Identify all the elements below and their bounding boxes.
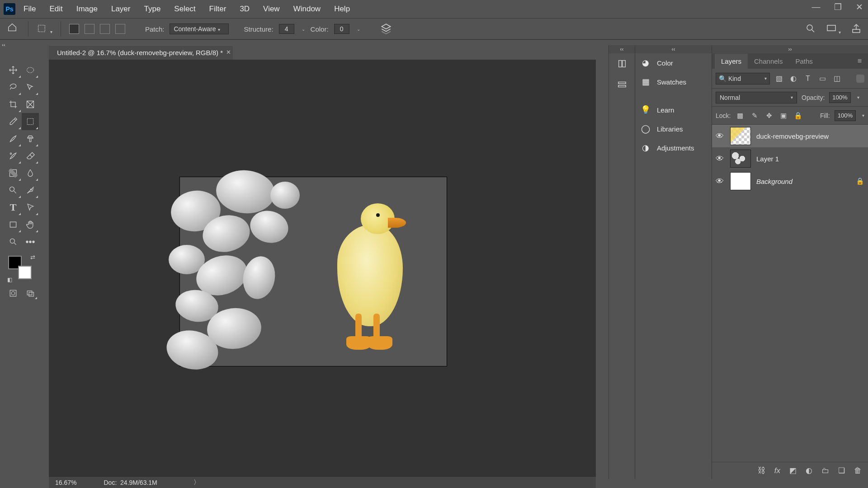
eyedropper-tool[interactable]	[5, 113, 22, 130]
opacity-field[interactable]: 100%	[829, 92, 850, 103]
layer-thumbnail[interactable]	[730, 127, 751, 145]
current-tool-icon[interactable]: ▾	[37, 23, 52, 35]
search-icon[interactable]	[805, 23, 816, 35]
brush-tool[interactable]	[5, 130, 22, 147]
adjustment-layer-icon[interactable]: ◐	[806, 466, 812, 475]
menu-filter[interactable]: Filter	[204, 1, 232, 17]
lock-position-icon[interactable]: ✥	[764, 112, 774, 120]
close-tab-icon[interactable]: ✕	[226, 49, 231, 56]
tab-channels[interactable]: Channels	[748, 54, 789, 69]
collapse-arrows-icon[interactable]: ‹‹	[635, 45, 712, 53]
color-stepper-icon[interactable]: ⌄	[357, 27, 360, 32]
layer-fx-icon[interactable]: fx	[774, 466, 780, 475]
fill-stepper-icon[interactable]: ▾	[862, 113, 864, 118]
blend-mode-dropdown[interactable]: Normal▾	[716, 92, 797, 103]
menu-help[interactable]: Help	[329, 1, 355, 17]
patch-transparent-icon[interactable]	[100, 24, 110, 34]
fill-field[interactable]: 100%	[835, 110, 856, 121]
screenmode-icon[interactable]: ▾	[826, 23, 841, 35]
lasso-tool[interactable]	[5, 79, 22, 96]
layer-group-icon[interactable]: 🗀	[821, 466, 829, 475]
menu-select[interactable]: Select	[169, 1, 201, 17]
visibility-toggle-icon[interactable]: 👁	[716, 177, 725, 186]
filter-adjust-icon[interactable]: ◐	[788, 74, 799, 83]
filter-shape-icon[interactable]: ▭	[817, 74, 828, 83]
lock-transparent-icon[interactable]: ▩	[735, 112, 745, 120]
layer-thumbnail[interactable]	[730, 172, 751, 190]
sample-all-layers-icon[interactable]	[380, 23, 392, 36]
zoom-tool[interactable]	[5, 233, 22, 250]
screenmode-toggle-icon[interactable]	[23, 286, 38, 300]
patch-tool[interactable]	[22, 113, 39, 130]
dodge-tool[interactable]	[5, 182, 22, 199]
canvas-area[interactable]	[49, 60, 596, 480]
move-tool[interactable]	[5, 61, 22, 79]
history-panel-icon[interactable]	[609, 53, 635, 74]
share-icon[interactable]	[851, 23, 862, 35]
layer-row[interactable]: 👁 Layer 1	[712, 147, 868, 170]
crop-tool[interactable]	[5, 96, 22, 113]
zoom-level[interactable]: 16.67%	[55, 479, 76, 486]
properties-panel-icon[interactable]	[609, 74, 635, 95]
gradient-tool[interactable]	[5, 164, 22, 182]
panel-menu-icon[interactable]: ≡	[854, 53, 865, 69]
delete-layer-icon[interactable]: 🗑	[854, 466, 862, 475]
menu-image[interactable]: Image	[71, 1, 103, 17]
patch-source-icon[interactable]	[69, 24, 79, 34]
document-canvas[interactable]	[180, 177, 447, 366]
filter-smart-icon[interactable]: ◫	[831, 74, 842, 83]
layer-mask-icon[interactable]: ◩	[789, 466, 797, 475]
panel-color[interactable]: ◕Color	[635, 53, 712, 72]
type-tool[interactable]: T	[5, 199, 22, 216]
history-brush-tool[interactable]	[5, 147, 22, 164]
layer-thumbnail[interactable]	[730, 150, 751, 168]
eraser-tool[interactable]	[22, 147, 39, 164]
layer-name[interactable]: Background	[756, 178, 793, 185]
edit-toolbar-icon[interactable]: •••	[22, 233, 39, 250]
panel-adjustments[interactable]: ◑Adjustments	[635, 138, 712, 157]
tools-collapse-icon[interactable]: ‹‹	[0, 41, 7, 49]
collapse-arrows-icon[interactable]: ‹‹	[609, 45, 635, 53]
menu-view[interactable]: View	[258, 1, 285, 17]
window-minimize-icon[interactable]: —	[810, 2, 822, 12]
visibility-toggle-icon[interactable]: 👁	[716, 154, 725, 164]
frame-tool[interactable]	[22, 96, 39, 113]
hand-tool[interactable]	[22, 216, 39, 233]
tab-layers[interactable]: Layers	[715, 54, 748, 69]
document-tab[interactable]: Untitled-2 @ 16.7% (duck-removebg-previe…	[49, 45, 233, 60]
marquee-tool[interactable]	[22, 61, 39, 79]
layer-filter-kind-dropdown[interactable]: 🔍 Kind▾	[716, 73, 770, 84]
menu-layer[interactable]: Layer	[106, 1, 136, 17]
visibility-toggle-icon[interactable]: 👁	[716, 131, 725, 141]
layer-row[interactable]: 👁 duck-removebg-preview	[712, 125, 868, 147]
color-value-field[interactable]: 0	[334, 24, 349, 34]
home-icon[interactable]	[7, 23, 17, 35]
layer-name[interactable]: Layer 1	[756, 155, 779, 163]
default-colors-icon[interactable]: ◧	[7, 277, 12, 283]
patch-mode-dropdown[interactable]: Content-Aware▾	[170, 23, 228, 34]
patch-pattern-icon[interactable]	[115, 24, 125, 34]
new-layer-icon[interactable]: ❏	[838, 466, 845, 475]
patch-destination-icon[interactable]	[85, 24, 94, 34]
quickmask-icon[interactable]	[5, 286, 21, 300]
panel-learn[interactable]: 💡Learn	[635, 100, 712, 119]
color-swatches[interactable]: ⇄ ◧	[5, 253, 39, 284]
window-restore-icon[interactable]: ❐	[832, 2, 844, 12]
filter-toggle[interactable]	[856, 75, 864, 83]
layer-name[interactable]: duck-removebg-preview	[756, 132, 829, 140]
doc-size[interactable]: Doc: 24.9M/63.1M	[104, 479, 157, 486]
menu-edit[interactable]: Edit	[44, 1, 68, 17]
layer-row[interactable]: 👁 Background 🔒	[712, 170, 868, 192]
filter-type-icon[interactable]: T	[802, 75, 813, 83]
tab-paths[interactable]: Paths	[789, 54, 819, 69]
blur-tool[interactable]	[22, 164, 39, 182]
structure-value-field[interactable]: 4	[279, 24, 294, 34]
filter-pixel-icon[interactable]: ▧	[774, 74, 784, 83]
lock-artboard-icon[interactable]: ▣	[778, 112, 788, 120]
menu-3d[interactable]: 3D	[234, 1, 255, 17]
menu-type[interactable]: Type	[138, 1, 166, 17]
lock-all-icon[interactable]: 🔒	[793, 112, 803, 120]
panel-swatches[interactable]: ▦Swatches	[635, 72, 712, 91]
structure-stepper-icon[interactable]: ⌄	[302, 27, 305, 32]
lock-image-icon[interactable]: ✎	[750, 112, 760, 120]
